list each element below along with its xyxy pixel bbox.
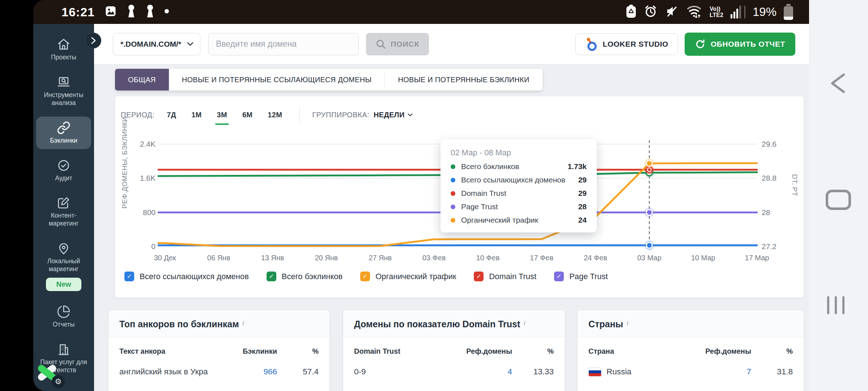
tooltip-series-label: Всего бэклинков bbox=[461, 162, 567, 171]
row-label: Russia bbox=[588, 367, 682, 377]
card-header: Домены по показателю Domain Trusti bbox=[343, 310, 565, 337]
sidebar-item-analysis-tools[interactable]: Инструменты анализа bbox=[36, 71, 91, 112]
domain-selector-value: *.DOMAIN.COM/* bbox=[120, 40, 181, 49]
period-options: 7Д1М3М6М12М bbox=[167, 111, 297, 119]
legend-checkbox-Всего ссылающихся доменов[interactable]: ✓ Всего ссылающихся доменов bbox=[124, 272, 249, 281]
svg-text:27.2: 27.2 bbox=[762, 242, 776, 251]
sidebar-item-label: Контент-маркетинг bbox=[38, 212, 90, 228]
row-percent: 31.8 bbox=[751, 367, 793, 377]
info-icon[interactable]: i bbox=[243, 320, 244, 327]
legend-label: Всего бэклинков bbox=[282, 272, 342, 281]
period-option-3М[interactable]: 3М bbox=[217, 111, 227, 119]
tooltip-series-value: 1.73k bbox=[567, 162, 587, 171]
checkbox-icon: ✓ bbox=[267, 272, 276, 281]
svg-text:17 Мар: 17 Мар bbox=[745, 254, 769, 262]
svg-text:800: 800 bbox=[143, 208, 156, 216]
edge-panel-handle[interactable] bbox=[827, 296, 844, 314]
checkbox-icon: ✓ bbox=[474, 272, 484, 281]
sidebar-item-label: Локальный маркетинг bbox=[38, 257, 90, 273]
home-icon bbox=[38, 38, 90, 51]
app-logo: ⚙ bbox=[31, 358, 63, 387]
period-option-12М[interactable]: 12М bbox=[268, 111, 282, 119]
back-chevron-icon bbox=[828, 72, 847, 94]
looker-studio-button[interactable]: LOOKER STUDIO bbox=[575, 33, 678, 55]
grouping-select[interactable]: НЕДЕЛИ bbox=[374, 111, 413, 119]
tooltip-series-label: Page Trust bbox=[461, 202, 578, 211]
svg-text:13 Янв: 13 Янв bbox=[261, 254, 284, 262]
row-count[interactable]: 4 bbox=[443, 367, 512, 377]
sidebar-item-label: Инструменты анализа bbox=[38, 91, 90, 107]
period-option-1М[interactable]: 1М bbox=[191, 111, 201, 119]
building-icon bbox=[38, 342, 90, 356]
legend-checkbox-Page Trust[interactable]: ✓ Page Trust bbox=[554, 272, 608, 281]
signal-bars-icon bbox=[731, 6, 745, 18]
sidebar-item-label: Проекты bbox=[38, 54, 90, 62]
status-bar-right: Vo))LTE2 19% bbox=[626, 4, 809, 20]
svg-text:06 Янв: 06 Янв bbox=[207, 254, 230, 262]
svg-text:10 Мар: 10 Мар bbox=[691, 254, 715, 262]
legend-checkbox-Органический трафик[interactable]: ✓ Органический трафик bbox=[360, 272, 456, 281]
nav-home-button[interactable] bbox=[826, 190, 851, 210]
row-percent: 13.33 bbox=[512, 367, 554, 377]
info-icon[interactable]: i bbox=[524, 320, 525, 327]
chart-legend: ✓ Всего ссылающихся доменов✓ Всего бэкли… bbox=[124, 272, 608, 281]
card-header: Топ анкоров по бэклинкамi bbox=[109, 310, 329, 337]
row-count[interactable]: 966 bbox=[208, 367, 277, 377]
card-3: Страныi СтранаРеф.домены% Russia 7 31.8 bbox=[578, 310, 804, 391]
sidebar-item-projects[interactable]: Проекты bbox=[36, 33, 91, 66]
tooltip-series-value: 29 bbox=[578, 176, 587, 184]
tooltip-row: Domain Trust 29 bbox=[451, 189, 587, 198]
sidebar-item-label: Аудит bbox=[38, 175, 90, 182]
search-icon bbox=[375, 39, 386, 50]
series-color-dot bbox=[451, 178, 455, 182]
screen: 16:21 bbox=[0, 0, 868, 391]
legend-label: Органический трафик bbox=[375, 272, 456, 281]
chart-panel: ПЕРИОД: 7Д1М3М6М12М ГРУППИРОВКА: НЕДЕЛИ … bbox=[115, 96, 804, 298]
tab-3[interactable]: НОВЫЕ И ПОТЕРЯННЫЕ БЭКЛИНКИ bbox=[385, 69, 542, 91]
row-count[interactable]: 7 bbox=[682, 367, 751, 377]
period-option-6М[interactable]: 6М bbox=[242, 111, 252, 119]
svg-text:20 Янв: 20 Янв bbox=[315, 254, 338, 262]
sidebar-expand-button[interactable] bbox=[85, 33, 101, 49]
refresh-report-button[interactable]: ОБНОВИТЬ ОТЧЕТ bbox=[685, 33, 795, 56]
sidebar-item-backlinks[interactable]: Бэклинки bbox=[36, 117, 91, 149]
battery-icon bbox=[784, 4, 793, 20]
legend-checkbox-Domain Trust[interactable]: ✓ Domain Trust bbox=[474, 272, 536, 281]
sidebar-item-local-marketing[interactable]: Локальный маркетингNew bbox=[36, 237, 91, 295]
pin-icon bbox=[38, 241, 90, 255]
nav-back-button[interactable] bbox=[828, 72, 847, 96]
period-row: ПЕРИОД: 7Д1М3М6М12М ГРУППИРОВКА: НЕДЕЛИ bbox=[121, 107, 413, 122]
table-row: 0-9 4 13.33 bbox=[354, 367, 554, 377]
search-button[interactable]: ПОИСК bbox=[366, 33, 429, 55]
card-table: Domain TrustРеф.домены% 0-9 4 13.33 bbox=[343, 337, 565, 377]
refresh-icon bbox=[695, 39, 706, 50]
svg-text:29.6: 29.6 bbox=[762, 140, 776, 148]
svg-text:1.6K: 1.6K bbox=[140, 174, 156, 182]
domain-selector-dropdown[interactable]: *.DOMAIN.COM/* bbox=[113, 33, 200, 55]
tab-2[interactable]: НОВЫЕ И ПОТЕРЯННЫЕ ССЫЛАЮЩИЕСЯ ДОМЕНЫ bbox=[169, 69, 385, 91]
status-bar-left: 16:21 bbox=[33, 4, 169, 20]
table-row: Russia 7 31.8 bbox=[588, 367, 793, 377]
domain-search-input[interactable] bbox=[208, 33, 359, 55]
table-header-row: Domain TrustРеф.домены% bbox=[354, 347, 554, 356]
report-tabs: ОБЩАЯНОВЫЕ И ПОТЕРЯННЫЕ ССЫЛАЮЩИЕСЯ ДОМЕ… bbox=[115, 69, 542, 91]
sidebar-item-audit[interactable]: Аудит bbox=[36, 154, 91, 187]
settings-gear-button[interactable]: ⚙ bbox=[52, 375, 65, 388]
sidebar-item-reports[interactable]: Отчеты bbox=[36, 300, 91, 333]
info-icon[interactable]: i bbox=[627, 320, 628, 327]
tooltip-series-value: 29 bbox=[578, 189, 587, 198]
gallery-notification-icon bbox=[104, 5, 117, 19]
row-percent: 57.4 bbox=[277, 367, 319, 377]
sidebar-item-content-marketing[interactable]: Контент-маркетинг bbox=[36, 192, 91, 232]
network-type-label: Vo))LTE2 bbox=[710, 6, 723, 18]
table-header-row: Текст анкораБэклинки% bbox=[119, 347, 319, 356]
svg-text:28: 28 bbox=[762, 208, 770, 216]
period-option-7Д[interactable]: 7Д bbox=[167, 111, 176, 119]
card-table: СтранаРеф.домены% Russia 7 31.8 bbox=[578, 337, 804, 377]
wifi-icon bbox=[686, 4, 702, 20]
tooltip-series-value: 28 bbox=[578, 202, 587, 211]
tab-1[interactable]: ОБЩАЯ bbox=[115, 69, 169, 91]
checkbox-icon: ✓ bbox=[360, 272, 370, 281]
sidebar-item-label: Отчеты bbox=[38, 321, 90, 329]
legend-checkbox-Всего бэклинков[interactable]: ✓ Всего бэклинков bbox=[267, 272, 342, 281]
